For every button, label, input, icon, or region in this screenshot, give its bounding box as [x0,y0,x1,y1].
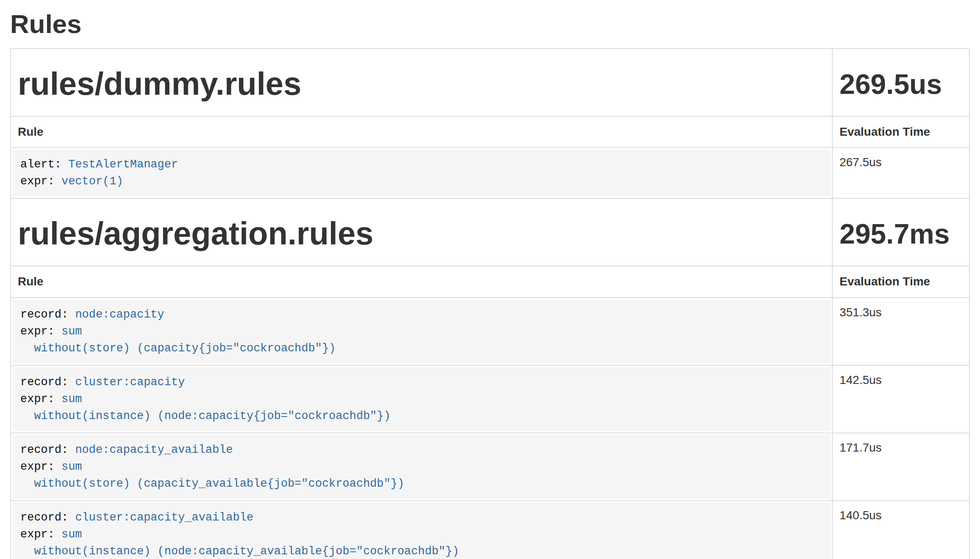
group-file-name: rules/aggregation.rules [18,217,825,249]
rule-row: record: node:capacity expr: sum without(… [11,298,969,365]
group-evaluation-time: 269.5us [840,70,962,98]
rule-name-link[interactable]: cluster:capacity_available [75,511,253,524]
eval-column-header: Evaluation Time [832,266,969,297]
rule-code-block: record: node:capacity_available expr: su… [13,435,830,499]
rule-row: record: cluster:capacity expr: sum witho… [11,365,969,433]
expr-label: expr: [20,175,61,188]
rule-cell: record: node:capacity expr: sum without(… [11,298,832,365]
rule-evaluation-time: 142.5us [832,365,969,433]
rule-column-header: Rule [11,116,832,148]
expr-link[interactable]: sum [61,460,82,473]
expr-link[interactable]: sum [61,528,82,541]
page-title: Rules [10,11,970,37]
rule-row: alert: TestAlertManager expr: vector(1) … [11,148,969,198]
rule-evaluation-time: 351.3us [832,298,969,365]
expr-link[interactable]: sum [61,393,82,406]
rule-cell: record: cluster:capacity expr: sum witho… [11,365,832,433]
rule-cell: alert: TestAlertManager expr: vector(1) [11,148,832,198]
expr-label: expr: [20,528,61,541]
eval-column-header: Evaluation Time [832,116,969,148]
rule-kind-label: record: [20,308,75,321]
group-eval-cell: 295.7ms [832,198,969,266]
rule-kind-label: record: [20,511,75,524]
group-file-cell: rules/dummy.rules [11,49,832,116]
rule-code-block: record: cluster:capacity_available expr:… [13,503,830,559]
expr-continuation[interactable]: without(store) (capacity{job="cockroachd… [20,340,823,357]
rule-column-header: Rule [11,266,832,297]
rule-name-link[interactable]: cluster:capacity [75,376,185,389]
group-header-row: rules/aggregation.rules 295.7ms [11,198,969,266]
rule-code-block: alert: TestAlertManager expr: vector(1) [13,150,830,196]
expr-continuation[interactable]: without(instance) (node:capacity{job="co… [20,408,823,425]
rule-name-link[interactable]: node:capacity_available [75,444,233,456]
column-header-row: Rule Evaluation Time [11,266,969,297]
rule-kind-label: record: [20,376,75,389]
rule-code-block: record: node:capacity expr: sum without(… [13,300,830,363]
rule-row: record: node:capacity_available expr: su… [11,433,969,501]
rules-table: rules/dummy.rules 269.5us Rule Evaluatio… [10,48,970,559]
expr-label: expr: [20,325,61,338]
rule-name-link[interactable]: TestAlertManager [68,158,178,171]
group-evaluation-time: 295.7ms [840,220,962,248]
expr-label: expr: [20,393,61,406]
expr-continuation[interactable]: without(instance) (node:capacity_availab… [20,543,823,559]
column-header-row: Rule Evaluation Time [11,116,969,148]
rule-evaluation-time: 171.7us [832,433,969,501]
group-eval-cell: 269.5us [832,49,969,116]
rule-row: record: cluster:capacity_available expr:… [11,501,969,559]
rule-kind-label: record: [20,444,75,456]
expr-link[interactable]: vector(1) [61,175,123,188]
expr-continuation[interactable]: without(store) (capacity_available{job="… [20,475,823,492]
group-file-cell: rules/aggregation.rules [11,198,832,266]
rule-evaluation-time: 267.5us [832,148,969,198]
rule-evaluation-time: 140.5us [832,501,969,559]
rule-name-link[interactable]: node:capacity [75,308,165,321]
rule-cell: record: node:capacity_available expr: su… [11,433,832,501]
expr-label: expr: [20,460,61,473]
rule-kind-label: alert: [20,158,68,171]
expr-link[interactable]: sum [61,325,82,338]
rule-code-block: record: cluster:capacity expr: sum witho… [13,367,830,431]
group-header-row: rules/dummy.rules 269.5us [11,49,969,116]
group-file-name: rules/dummy.rules [18,68,825,100]
rule-cell: record: cluster:capacity_available expr:… [11,501,832,559]
